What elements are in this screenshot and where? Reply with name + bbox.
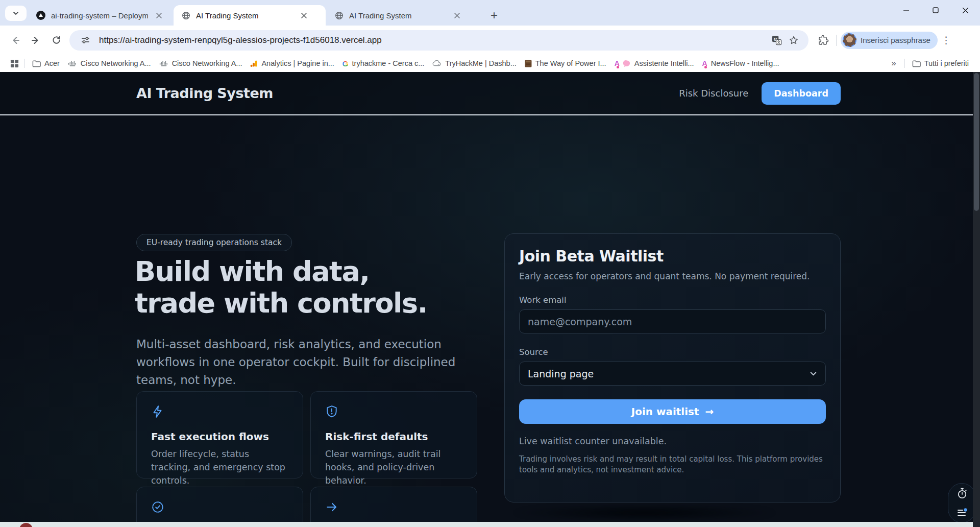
bookmark-way-of-power[interactable]: The Way of Power I... <box>521 58 610 69</box>
feature-cards: Fast execution flows Order lifecycle, st… <box>136 391 477 527</box>
tab-strip: ai-trading-system – Deploymen AI Trading… <box>0 0 980 26</box>
site-header: AI Trading System Risk Disclosure Dashbo… <box>0 72 973 115</box>
waitlist-subtitle: Early access for operators and quant tea… <box>519 271 826 281</box>
bookmark-label: Acer <box>44 59 60 67</box>
feature-title: Risk-first defaults <box>325 430 462 443</box>
cisco-icon <box>159 60 168 67</box>
tab-title: ai-trading-system – Deploymen <box>51 11 148 20</box>
address-bar[interactable]: https://ai-trading-system-renpqyl5g-ales… <box>69 30 808 51</box>
bookmark-tryhackme-search[interactable]: G tryhackme - Cerca c... <box>338 58 428 69</box>
bookmark-tryhackme-dashboard[interactable]: TryHackMe | Dashb... <box>428 58 520 69</box>
globe-icon <box>181 10 191 20</box>
tab-close-icon[interactable] <box>451 10 462 21</box>
close-window-button[interactable] <box>950 0 980 20</box>
cloud-icon <box>432 60 442 67</box>
hero-badge: EU-ready trading operations stack <box>136 234 292 251</box>
section-logo-dot <box>19 523 33 527</box>
page-content: AI Trading System Risk Disclosure Dashbo… <box>0 72 980 527</box>
email-input[interactable] <box>519 309 826 333</box>
bookmarks-overflow-chevron[interactable]: » <box>886 58 901 68</box>
waitlist-disclaimer: Trading involves risk and may result in … <box>519 454 826 475</box>
hero-title: Build with data, trade with controls. <box>135 256 427 319</box>
dashboard-button[interactable]: Dashboard <box>762 82 841 105</box>
browser-window: ai-trading-system – Deploymen AI Trading… <box>0 0 980 527</box>
tab-vercel-deployment[interactable]: ai-trading-system – Deploymen <box>29 5 173 26</box>
back-button[interactable] <box>5 30 26 51</box>
email-label: Work email <box>519 295 826 305</box>
toolbar-separator <box>836 35 837 46</box>
bolt-icon <box>151 405 164 418</box>
source-label: Source <box>519 347 826 357</box>
bookmark-label: Cisco Networking A... <box>81 59 151 67</box>
new-tab-button[interactable]: + <box>486 7 502 23</box>
bookmark-newsflow[interactable]: A NewsFlow - Intellig... <box>698 58 783 69</box>
floating-widget <box>948 483 976 523</box>
avatar <box>843 33 856 47</box>
tab-close-icon[interactable] <box>153 10 164 21</box>
tab-search-button[interactable] <box>5 6 27 21</box>
reload-button[interactable] <box>46 30 66 51</box>
page-scrollbar[interactable] <box>973 72 980 527</box>
feature-title: Fast execution flows <box>151 430 288 443</box>
bookmark-label: TryHackMe | Dashb... <box>445 59 516 67</box>
scrollbar-thumb[interactable] <box>974 73 979 211</box>
extensions-icon[interactable] <box>815 32 832 49</box>
bookmark-label: tryhackme - Cerca c... <box>352 59 425 67</box>
site-brand[interactable]: AI Trading System <box>136 85 273 101</box>
menu-kebab-icon[interactable]: ⋮ <box>938 34 955 46</box>
bookmarks-separator <box>904 59 905 68</box>
hero-subtitle: Multi-asset dashboard, risk analytics, a… <box>136 336 473 389</box>
feature-card-metrics: Operational metrics Portfolio, market, a… <box>310 487 477 527</box>
next-section-edge <box>0 522 980 527</box>
reading-list-icon[interactable] <box>955 506 969 519</box>
risk-disclosure-link[interactable]: Risk Disclosure <box>679 88 748 99</box>
waitlist-title: Join Beta Waitlist <box>519 247 826 265</box>
bookmark-cisco-1[interactable]: Cisco Networking A... <box>64 58 155 69</box>
panel-shadow <box>513 504 776 521</box>
minimize-button[interactable] <box>891 0 921 20</box>
join-waitlist-label: Join waitlist <box>631 405 699 418</box>
chat-bubble-icon <box>623 60 631 67</box>
bookmark-cisco-2[interactable]: Cisco Networking A... <box>155 58 247 69</box>
globe-icon <box>334 10 344 20</box>
apps-grid-icon[interactable] <box>7 55 21 72</box>
tab-close-icon[interactable] <box>298 10 309 21</box>
url-text[interactable]: https://ai-trading-system-renpqyl5g-ales… <box>99 35 768 45</box>
bookmark-star-icon[interactable] <box>785 32 802 49</box>
bookmark-assistente[interactable]: A Assistente Intelli... <box>610 58 698 69</box>
bookmark-label: Analytics | Pagine in... <box>261 59 334 67</box>
feature-desc: Clear warnings, audit trail hooks, and p… <box>325 447 462 487</box>
source-select[interactable]: Landing page <box>519 362 826 386</box>
site-nav: Risk Disclosure Dashboard <box>679 82 841 105</box>
analytics-icon <box>250 60 258 67</box>
maximize-button[interactable] <box>921 0 950 20</box>
feature-desc: Order lifecycle, status tracking, and em… <box>151 447 288 487</box>
all-bookmarks-folder[interactable]: Tutti i preferiti <box>908 58 973 69</box>
feature-card-compliance: Compliance-ready UX Risk disclosure and … <box>136 487 303 527</box>
hero-title-line2: trade with controls. <box>135 288 427 319</box>
arrow-right-icon <box>325 500 338 514</box>
profile-chip[interactable]: Inserisci passphrase <box>841 32 938 49</box>
tab-ai-trading-system[interactable]: AI Trading System <box>327 5 479 26</box>
chevron-down-icon <box>12 10 19 17</box>
source-selected-value: Landing page <box>528 368 810 379</box>
join-waitlist-button[interactable]: Join waitlist → <box>519 399 826 424</box>
bookmark-label: Assistente Intelli... <box>634 59 694 67</box>
assistant-a-icon: A <box>615 59 620 67</box>
bookmark-acer[interactable]: Acer <box>28 58 64 69</box>
feature-card-fast-execution: Fast execution flows Order lifecycle, st… <box>136 391 303 478</box>
tab-ai-trading-system-active[interactable]: AI Trading System <box>174 5 326 26</box>
waitlist-status: Live waitlist counter unavailable. <box>519 436 826 446</box>
bookmark-analytics[interactable]: Analytics | Pagine in... <box>246 58 338 69</box>
assistant-a-icon: A <box>702 59 707 67</box>
arrow-right-icon: → <box>705 405 714 418</box>
translate-icon[interactable]: G <box>768 32 785 49</box>
forward-button[interactable] <box>26 30 46 51</box>
tab-title: AI Trading System <box>349 11 446 20</box>
book-icon <box>525 60 532 67</box>
stopwatch-icon[interactable] <box>955 487 969 500</box>
vercel-icon <box>36 10 46 20</box>
bookmark-label: The Way of Power I... <box>535 59 606 67</box>
site-settings-icon[interactable] <box>77 32 94 49</box>
bookmarks-bar: Acer Cisco Networking A... Cisco Network… <box>0 55 980 72</box>
